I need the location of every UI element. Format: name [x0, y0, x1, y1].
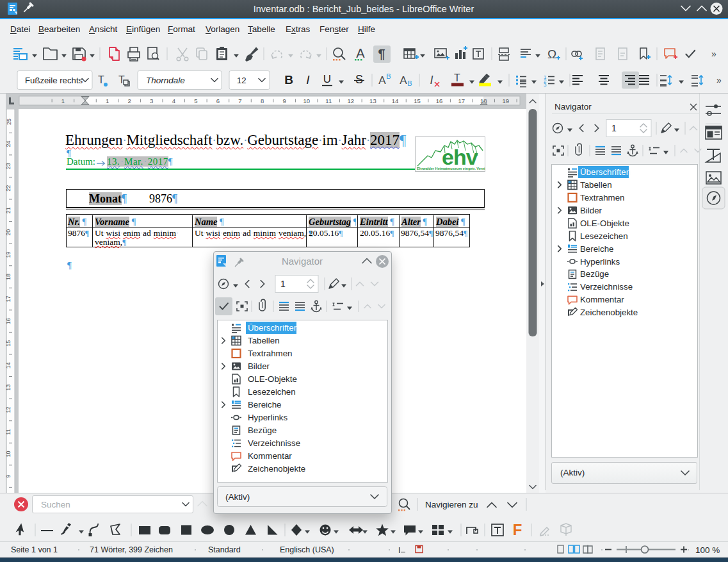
svg-text:Ω: Ω [547, 47, 556, 61]
svg-text:OLE-Objekte: OLE-Objekte [580, 219, 629, 228]
svg-text:ehv: ehv [442, 145, 478, 169]
svg-text:5: 5 [194, 97, 197, 104]
svg-text:OLE-Objekte: OLE-Objekte [248, 374, 297, 384]
svg-text:Lesezeichen: Lesezeichen [580, 231, 628, 241]
svg-text:1: 1 [106, 97, 109, 104]
svg-text:Bilder: Bilder [248, 361, 270, 371]
svg-text:1: 1 [280, 279, 286, 289]
svg-text:Hyperlinks: Hyperlinks [580, 257, 620, 267]
svg-text:I: I [306, 73, 310, 87]
svg-text:F: F [513, 521, 522, 538]
svg-text:18: 18 [6, 274, 12, 280]
svg-text:T: T [98, 74, 104, 85]
svg-text:22: 22 [6, 185, 12, 192]
svg-text:19: 19 [6, 251, 12, 258]
svg-text:Bereiche: Bereiche [248, 400, 281, 409]
svg-text:Überschriften: Überschriften [248, 323, 298, 333]
svg-text:Textrahmen: Textrahmen [580, 193, 624, 202]
svg-text:10: 10 [303, 97, 310, 104]
svg-text:12: 12 [237, 76, 247, 85]
svg-text:Bezüge: Bezüge [580, 269, 609, 279]
svg-text:1: 1 [611, 123, 617, 133]
svg-text:Verzeichnisse: Verzeichnisse [248, 438, 300, 448]
svg-text:13: 13 [369, 97, 376, 104]
svg-text:Lesezeichen: Lesezeichen [248, 387, 296, 397]
svg-text:7: 7 [238, 97, 241, 104]
svg-text:24: 24 [6, 141, 12, 147]
svg-text:6: 6 [216, 97, 220, 104]
svg-text:15: 15 [414, 97, 421, 104]
svg-text:Hyperlinks: Hyperlinks [248, 413, 287, 422]
svg-text:Bereiche: Bereiche [580, 244, 613, 254]
svg-text:20: 20 [6, 229, 12, 236]
svg-text:Kommentar: Kommentar [248, 451, 292, 461]
svg-text:Überschriften: Überschriften [580, 167, 631, 177]
svg-text:4: 4 [172, 97, 175, 104]
svg-text:Tabellen: Tabellen [580, 180, 612, 190]
svg-text:11: 11 [6, 429, 12, 434]
svg-text:9: 9 [282, 97, 286, 104]
svg-text:Tabellen: Tabellen [248, 336, 280, 345]
svg-text:Navigator: Navigator [282, 256, 323, 267]
svg-text:Kommentar: Kommentar [580, 295, 624, 304]
svg-text:Zeichenobjekte: Zeichenobjekte [248, 464, 305, 474]
svg-text:(Aktiv): (Aktiv) [225, 492, 250, 502]
svg-text:13: 13 [6, 384, 12, 391]
svg-text:12: 12 [348, 97, 355, 104]
svg-text:S: S [355, 73, 363, 86]
svg-text:11: 11 [325, 97, 332, 104]
svg-text:Thorndale: Thorndale [146, 76, 185, 85]
svg-text:Inventar.odb : Bericht_Jub_bei: Inventar.odb : Bericht_Jub_beides - Libr… [254, 4, 474, 14]
svg-text:1: 1 [61, 97, 65, 104]
svg-text:Textrahmen: Textrahmen [248, 349, 292, 358]
svg-text:19: 19 [503, 97, 510, 104]
svg-text:»: » [711, 49, 716, 59]
svg-text:A: A [378, 74, 386, 87]
svg-text:B: B [386, 72, 391, 80]
svg-text:14: 14 [6, 362, 12, 368]
svg-text:15: 15 [6, 340, 12, 347]
svg-text:16: 16 [6, 318, 12, 324]
svg-text:16: 16 [436, 97, 443, 104]
svg-text:25: 25 [6, 119, 12, 125]
svg-text:3: 3 [544, 82, 547, 88]
svg-text:Navigieren zu: Navigieren zu [425, 500, 478, 509]
svg-text:Fußzeile rechts: Fußzeile rechts [25, 76, 83, 85]
svg-text:U: U [323, 73, 331, 85]
svg-text:3: 3 [150, 97, 153, 104]
svg-text:I: I [430, 74, 433, 87]
svg-text:Suchen: Suchen [41, 500, 70, 509]
svg-text:12: 12 [6, 406, 12, 413]
svg-text:23: 23 [6, 163, 12, 169]
svg-text:21: 21 [6, 207, 12, 213]
svg-text:2: 2 [127, 97, 131, 104]
svg-text:Zeichenobjekte: Zeichenobjekte [580, 308, 638, 317]
svg-text:10: 10 [6, 451, 12, 458]
svg-text:Bilder: Bilder [580, 206, 603, 215]
svg-text:B: B [407, 79, 412, 87]
svg-text:14: 14 [392, 97, 399, 104]
svg-text:A: A [356, 46, 365, 60]
svg-text:9: 9 [6, 475, 12, 478]
svg-text:»: » [716, 75, 722, 85]
svg-text:B: B [284, 73, 293, 87]
svg-text:T: T [454, 72, 460, 83]
svg-text:Verzeichnisse: Verzeichnisse [580, 282, 633, 292]
svg-text:A: A [400, 74, 407, 87]
svg-text:¶: ¶ [378, 47, 385, 61]
svg-text:17: 17 [6, 296, 12, 302]
svg-text:8: 8 [261, 97, 264, 104]
svg-text:Ehrwalder Heimatmuseum eingetr: Ehrwalder Heimatmuseum eingetr. Verein [417, 167, 485, 170]
svg-text:100 %: 100 % [695, 545, 720, 555]
svg-text:17: 17 [458, 97, 465, 104]
svg-text:Bezüge: Bezüge [248, 426, 277, 435]
svg-text:I: I [398, 546, 400, 555]
